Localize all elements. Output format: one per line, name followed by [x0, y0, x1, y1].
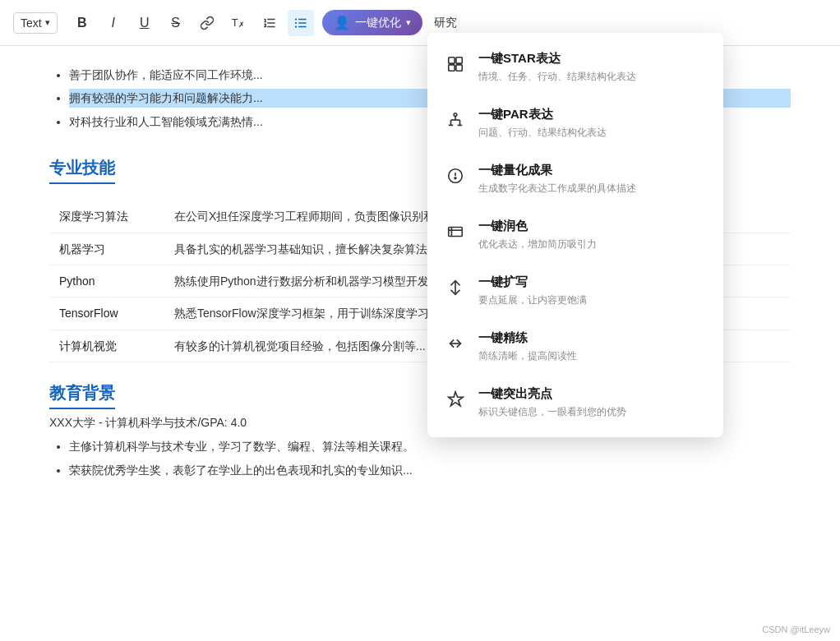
editor-container: Text ▾ B I U S T✗ 👤 一键优化 ▾ 研究 善于团队协作，能适应… — [0, 0, 840, 641]
clear-format-button[interactable]: T✗ — [225, 10, 252, 36]
skill-name-3: Python — [49, 265, 164, 297]
text-format-dropdown[interactable]: Text ▾ — [13, 12, 58, 34]
ai-chevron-icon: ▾ — [406, 17, 411, 28]
ordered-list-button[interactable] — [256, 10, 283, 36]
dropdown-item-highlight[interactable]: 一键突出亮点 标识关键信息，一眼看到您的优势 — [427, 375, 723, 431]
dropdown-item-quantify[interactable]: 一键量化成果 生成数字化表达工作成果的具体描述 — [427, 151, 723, 207]
dropdown-text-highlight: 一键突出亮点 标识关键信息，一眼看到您的优势 — [478, 386, 626, 419]
dropdown-item-expand[interactable]: 一键扩写 要点延展，让内容更饱满 — [427, 263, 723, 319]
text-format-label: Text — [21, 16, 42, 30]
svg-point-13 — [454, 113, 457, 117]
dropdown-text-polish: 一键润色 优化表达，增加简历吸引力 — [478, 219, 597, 251]
dropdown-title-star: 一键STAR表达 — [478, 51, 636, 67]
section-edu-title: 教育背景 — [49, 382, 115, 409]
svg-rect-11 — [449, 65, 455, 71]
quantify-icon — [444, 164, 467, 187]
dropdown-item-star[interactable]: 一键STAR表达 情境、任务、行动、结果结构化表达 — [427, 39, 723, 95]
highlight-icon — [444, 388, 467, 411]
ai-optimize-label: 一键优化 — [355, 16, 401, 30]
dropdown-desc-refine: 简练清晰，提高阅读性 — [478, 348, 577, 363]
dropdown-desc-expand: 要点延展，让内容更饱满 — [478, 293, 587, 307]
dropdown-desc-highlight: 标识关键信息，一眼看到您的优势 — [478, 404, 626, 419]
dropdown-text-expand: 一键扩写 要点延展，让内容更饱满 — [478, 274, 587, 307]
edu-bullet-2: 荣获院优秀学生奖，表彰了在学业上的出色表现和扎实的专业知识... — [69, 461, 791, 479]
edu-bullets: 主修计算机科学与技术专业，学习了数学、编程、算法等相关课程。 荣获院优秀学生奖，… — [49, 437, 791, 479]
svg-rect-12 — [456, 65, 462, 71]
par-icon — [444, 108, 467, 131]
svg-rect-23 — [449, 228, 463, 237]
svg-point-6 — [295, 18, 297, 20]
dropdown-item-refine[interactable]: 一键精练 简练清晰，提高阅读性 — [427, 319, 723, 375]
dropdown-desc-quantify: 生成数字化表达工作成果的具体描述 — [478, 181, 636, 196]
skill-name-1: 深度学习算法 — [49, 201, 164, 233]
refine-icon — [444, 332, 467, 355]
dropdown-title-par: 一键PAR表达 — [478, 107, 607, 122]
polish-icon — [444, 220, 467, 243]
dropdown-title-expand: 一键扩写 — [478, 274, 587, 290]
bullet-list-button[interactable] — [288, 10, 314, 36]
svg-rect-10 — [456, 58, 462, 63]
skill-name-4: TensorFlow — [49, 297, 164, 330]
watermark: CSDN @itLeeyw — [762, 625, 830, 634]
research-button[interactable]: 研究 — [434, 16, 457, 30]
section-skills-title: 专业技能 — [49, 157, 115, 184]
link-button[interactable] — [194, 10, 220, 36]
svg-point-7 — [295, 21, 297, 23]
bold-button[interactable]: B — [69, 10, 95, 36]
dropdown-desc-polish: 优化表达，增加简历吸引力 — [478, 237, 597, 251]
dropdown-title-refine: 一键精练 — [478, 330, 577, 346]
edu-bullet-1: 主修计算机科学与技术专业，学习了数学、编程、算法等相关课程。 — [69, 437, 791, 455]
star-icon — [444, 53, 467, 76]
dropdown-text-par: 一键PAR表达 问题、行动、结果结构化表达 — [478, 107, 607, 140]
dropdown-text-quantify: 一键量化成果 生成数字化表达工作成果的具体描述 — [478, 163, 636, 196]
ai-optimize-button[interactable]: 👤 一键优化 ▾ — [322, 10, 422, 35]
dropdown-item-polish[interactable]: 一键润色 优化表达，增加简历吸引力 — [427, 207, 723, 263]
dropdown-title-quantify: 一键量化成果 — [478, 163, 636, 178]
underline-button[interactable]: U — [132, 10, 158, 36]
expand-icon — [444, 276, 467, 299]
svg-point-8 — [295, 25, 297, 27]
chevron-down-icon: ▾ — [45, 17, 50, 28]
ai-dropdown-menu: 一键STAR表达 情境、任务、行动、结果结构化表达 一键PAR表达 问题、行动、… — [427, 33, 723, 437]
dropdown-title-highlight: 一键突出亮点 — [478, 386, 626, 402]
skill-name-5: 计算机视觉 — [49, 330, 164, 362]
dropdown-desc-par: 问题、行动、结果结构化表达 — [478, 125, 607, 140]
skill-name-2: 机器学习 — [49, 233, 164, 265]
dropdown-title-polish: 一键润色 — [478, 219, 597, 234]
dropdown-text-star: 一键STAR表达 情境、任务、行动、结果结构化表达 — [478, 51, 636, 84]
strikethrough-button[interactable]: S — [163, 10, 189, 36]
svg-rect-9 — [449, 58, 455, 63]
dropdown-text-refine: 一键精练 简练清晰，提高阅读性 — [478, 330, 577, 363]
dropdown-item-par[interactable]: 一键PAR表达 问题、行动、结果结构化表达 — [427, 95, 723, 151]
dropdown-desc-star: 情境、任务、行动、结果结构化表达 — [478, 69, 636, 84]
svg-point-22 — [455, 178, 456, 179]
italic-button[interactable]: I — [100, 10, 127, 36]
